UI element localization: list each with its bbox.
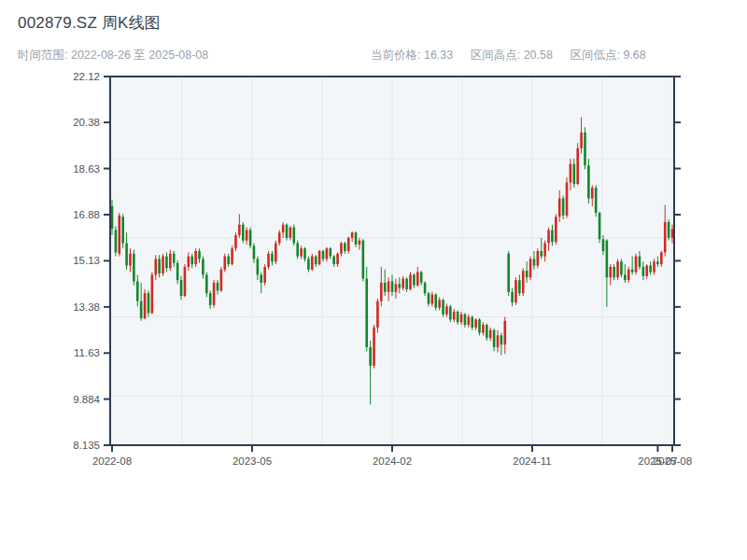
current-price-stat: 当前价格: 16.33 <box>371 49 453 62</box>
candle-body <box>140 301 143 318</box>
y-tick-label: 11.63 <box>74 347 100 358</box>
candle-body <box>257 259 260 274</box>
candle-body <box>315 257 317 264</box>
candle-body <box>653 261 655 272</box>
x-tick-label: 2022-08 <box>92 455 132 467</box>
candle-body <box>639 257 641 267</box>
candle-body <box>591 188 594 198</box>
candle-body <box>464 315 467 325</box>
candle-body <box>365 279 368 347</box>
candle-body <box>642 267 645 276</box>
candle-body <box>599 213 601 239</box>
y-tick-label: 20.38 <box>73 117 100 128</box>
candle-body <box>489 330 492 338</box>
candle-body <box>471 317 473 328</box>
price-stats: 当前价格: 16.33 区间高点: 20.58 区间低点: 9.68 <box>371 48 660 63</box>
candle-body <box>184 267 187 296</box>
candle-body <box>624 274 627 280</box>
candle-body <box>217 283 219 290</box>
candle-body <box>507 254 510 292</box>
y-tick-label: 18.63 <box>73 163 100 175</box>
candle-body <box>190 257 193 264</box>
candle-body <box>242 225 245 241</box>
candle-body <box>307 259 310 269</box>
candle-body <box>198 251 201 259</box>
range-high-stat: 区间高点: 20.58 <box>471 49 553 62</box>
candle-body <box>514 280 517 302</box>
chart-subheader: 时间范围: 2022-08-26 至 2025-08-08 当前价格: 16.3… <box>0 48 747 63</box>
candle-body <box>369 347 372 366</box>
candle-body <box>180 280 183 296</box>
candle-body <box>165 257 168 269</box>
y-tick-label: 22.12 <box>73 71 100 82</box>
candle-body <box>275 244 277 262</box>
candle-body <box>482 325 485 332</box>
candle-body <box>148 293 150 313</box>
candle-body <box>668 222 670 238</box>
candle-body <box>144 293 147 318</box>
y-tick-label: 15.13 <box>73 255 100 266</box>
x-tick-label: 2025-08 <box>653 455 692 467</box>
candle-body <box>391 281 394 291</box>
candle-body <box>424 283 427 293</box>
candle-body <box>537 251 540 266</box>
candle-body <box>129 254 132 266</box>
candle-body <box>587 165 590 198</box>
candle-body <box>402 279 404 288</box>
candle-body <box>267 254 270 267</box>
candle-body <box>627 270 630 280</box>
candle-body <box>289 228 292 238</box>
candle-body <box>133 254 135 282</box>
candle-body <box>347 238 350 251</box>
candle-body <box>395 284 398 291</box>
candle-body <box>533 259 536 265</box>
candle-body <box>373 328 375 366</box>
candle-body <box>296 244 299 257</box>
candle-body <box>398 284 401 287</box>
candle-body <box>136 281 139 301</box>
candle-body <box>478 319 481 332</box>
candle-body <box>468 317 471 325</box>
candle-body <box>558 198 561 217</box>
y-tick-label: 16.88 <box>73 209 100 220</box>
candle-body <box>359 241 361 245</box>
candle-body <box>388 281 390 291</box>
y-tick-label: 9.884 <box>73 394 100 405</box>
y-tick-label: 13.38 <box>73 301 100 313</box>
candle-body <box>322 251 325 259</box>
candle-body <box>518 280 521 293</box>
candle-body <box>194 251 197 264</box>
candle-body <box>434 295 437 308</box>
candle-body <box>409 274 412 289</box>
candle-body <box>351 232 354 238</box>
candle-body <box>453 312 456 319</box>
candle-body <box>209 293 212 305</box>
candle-body <box>602 239 605 251</box>
candle-body <box>580 133 583 148</box>
candle-body <box>566 183 569 216</box>
candle-body <box>620 261 623 274</box>
candle-body <box>286 225 289 238</box>
candle-body <box>431 295 434 304</box>
candle-body <box>428 293 430 303</box>
candle-body <box>111 206 114 229</box>
candle-body <box>223 257 226 270</box>
candle-body <box>158 259 161 273</box>
candle-body <box>311 257 314 270</box>
x-tick-label: 2024-02 <box>373 455 412 467</box>
x-tick-label: 2023-05 <box>233 455 272 467</box>
candle-body <box>238 225 241 235</box>
candle-body <box>282 225 285 232</box>
date-range-label: 时间范围: 2022-08-26 至 2025-08-08 <box>18 48 208 63</box>
page-title: 002879.SZ 周K线图 <box>18 12 161 34</box>
candle-body <box>576 148 579 184</box>
candle-body <box>635 257 638 273</box>
candle-body <box>220 270 223 291</box>
candle-body <box>231 248 233 264</box>
candle-body <box>555 217 557 242</box>
candle-body <box>115 230 118 252</box>
candle-body <box>671 230 674 238</box>
candle-body <box>573 164 576 184</box>
candle-body <box>460 315 463 322</box>
candle-body <box>213 283 216 305</box>
